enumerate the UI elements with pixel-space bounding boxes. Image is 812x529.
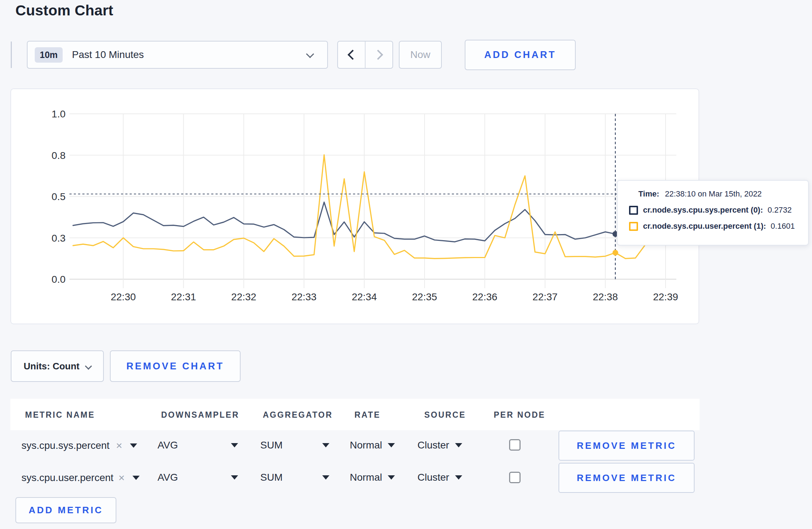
downsampler-value: AVG [158,440,178,451]
aggregator-value: SUM [260,440,282,451]
clear-icon[interactable]: × [116,440,122,452]
svg-text:22:31: 22:31 [171,291,196,302]
chevron-right-icon [373,50,383,60]
clear-icon[interactable]: × [119,472,125,484]
source-select[interactable]: Cluster [417,440,462,451]
source-select[interactable]: Cluster [417,472,462,483]
units-label: Units: Count [24,361,79,372]
time-forward-button[interactable] [365,42,392,68]
svg-text:0.8: 0.8 [52,150,66,161]
svg-text:1.0: 1.0 [52,108,66,120]
rate-value: Normal [350,440,382,451]
aggregator-select[interactable]: SUM [260,472,329,483]
svg-text:0.5: 0.5 [52,191,66,202]
metric-name-select[interactable]: sys.cpu.sys.percent × [21,440,137,452]
chevron-left-icon [347,50,357,60]
aggregator-select[interactable]: SUM [260,440,329,451]
tooltip-series-sys-value: 0.2732 [768,205,792,215]
metrics-table-header: METRIC NAME DOWNSAMPLER AGGREGATOR RATE … [10,399,700,430]
chart-tooltip: Time: 22:38:10 on Mar 15th, 2022 cr.node… [617,180,809,246]
caret-down-icon [322,443,329,447]
svg-text:22:30: 22:30 [111,291,136,302]
time-range-label: Past 10 Minutes [72,49,144,60]
toolbar-accent-bar [11,42,12,68]
caret-down-icon [388,443,395,447]
downsampler-select[interactable]: AVG [158,472,238,483]
time-range-badge: 10m [35,47,63,63]
svg-text:22:36: 22:36 [472,291,497,302]
series-user-swatch-icon [629,222,638,231]
caret-down-icon [322,475,329,480]
caret-down-icon [231,443,238,447]
rate-select[interactable]: Normal [350,472,395,483]
svg-text:22:37: 22:37 [532,291,557,302]
add-chart-button[interactable]: ADD CHART [465,40,576,70]
rate-value: Normal [350,472,382,483]
tooltip-series-sys-label: cr.node.sys.cpu.sys.percent (0): [643,205,763,215]
svg-text:22:33: 22:33 [291,291,316,302]
chart-card: 0.00.30.50.81.022:3022:3122:3222:3322:34… [10,88,699,324]
caret-down-icon [130,443,137,448]
svg-text:22:38: 22:38 [593,291,618,302]
now-button[interactable]: Now [399,41,442,69]
units-dropdown[interactable]: Units: Count [11,350,104,382]
caret-down-icon [455,443,462,447]
caret-down-icon [132,476,140,480]
tooltip-series-user-label: cr.node.sys.cpu.user.percent (1): [643,222,766,231]
svg-text:22:35: 22:35 [412,291,437,302]
metric-name-select[interactable]: sys.cpu.user.percent × [21,472,140,484]
caret-down-icon [388,475,395,480]
remove-chart-button[interactable]: REMOVE CHART [110,350,241,382]
col-header-aggregator: AGGREGATOR [263,410,333,420]
timeseries-chart[interactable]: 0.00.30.50.81.022:3022:3122:3222:3322:34… [11,89,700,325]
tooltip-time-label: Time: [638,189,659,199]
svg-text:0.0: 0.0 [52,274,66,285]
tooltip-time-value: 22:38:10 on Mar 15th, 2022 [665,189,762,199]
chevron-down-icon [85,363,92,370]
svg-text:22:32: 22:32 [231,291,256,302]
custom-chart-page: Custom Chart 10m Past 10 Minutes Now ADD… [0,0,812,529]
col-header-rate: RATE [354,410,381,420]
col-header-downsampler: DOWNSAMPLER [161,410,239,420]
rate-select[interactable]: Normal [350,440,395,451]
page-title: Custom Chart [15,2,113,19]
time-range-dropdown[interactable]: 10m Past 10 Minutes [27,41,328,69]
metric-name-value: sys.cpu.sys.percent [21,440,110,451]
col-header-per-node: PER NODE [494,410,545,420]
col-header-source: SOURCE [424,410,466,420]
time-pager [337,41,393,69]
col-header-metric-name: METRIC NAME [25,410,95,420]
svg-text:22:39: 22:39 [653,291,678,302]
downsampler-value: AVG [158,472,178,483]
svg-text:22:34: 22:34 [352,291,377,302]
metric-name-value: sys.cpu.user.percent [21,472,113,484]
svg-text:0.3: 0.3 [52,233,66,244]
caret-down-icon [455,475,462,480]
series-sys-swatch-icon [629,206,638,215]
aggregator-value: SUM [260,472,282,483]
per-node-checkbox[interactable] [509,439,521,451]
add-metric-button[interactable]: ADD METRIC [15,497,116,523]
chevron-down-icon [306,50,314,58]
caret-down-icon [231,475,238,480]
time-back-button[interactable] [338,42,365,68]
tooltip-series-user-value: 0.1601 [771,222,795,231]
source-value: Cluster [417,440,449,451]
downsampler-select[interactable]: AVG [158,440,238,451]
source-value: Cluster [417,472,449,483]
remove-metric-button[interactable]: REMOVE METRIC [559,431,695,461]
per-node-checkbox[interactable] [509,472,521,483]
remove-metric-button[interactable]: REMOVE METRIC [559,463,695,493]
